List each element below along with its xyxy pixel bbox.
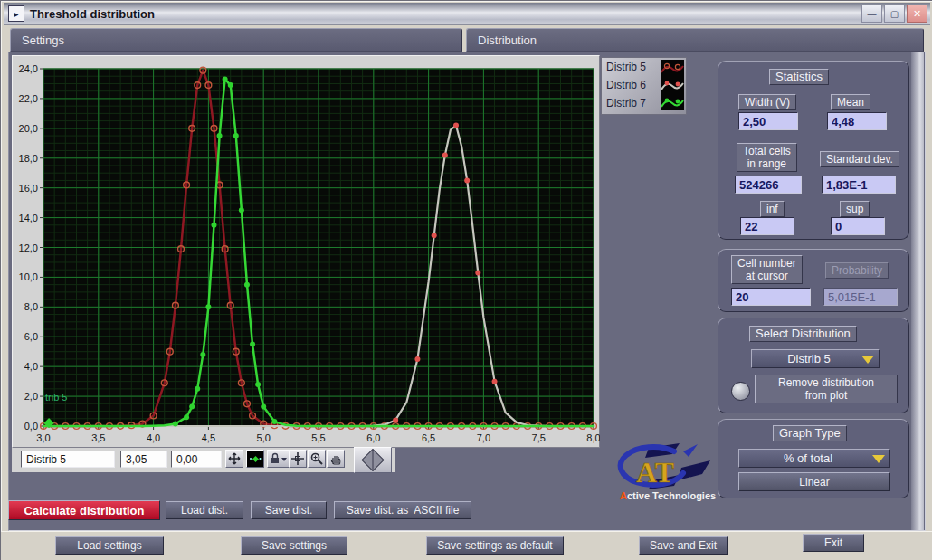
window-title: Threshold distribution bbox=[30, 7, 155, 21]
remove-distribution-label-line2: from plot bbox=[805, 389, 848, 402]
width-field[interactable] bbox=[738, 112, 798, 130]
app-icon: ▸ bbox=[8, 5, 24, 22]
svg-text:AT: AT bbox=[636, 456, 674, 489]
sup-label: sup bbox=[840, 201, 870, 217]
svg-text:14,0: 14,0 bbox=[19, 213, 38, 223]
dropdown-arrow-icon bbox=[861, 356, 874, 364]
linear-button-label: Linear bbox=[799, 476, 829, 489]
remove-distribution-button[interactable] bbox=[731, 382, 750, 401]
mean-field[interactable] bbox=[827, 112, 887, 130]
plot-legend: Distrib 5 Distrib 6 Distrib 7 bbox=[601, 57, 687, 115]
inf-label: inf bbox=[760, 201, 785, 217]
cursor-y-field[interactable] bbox=[171, 451, 222, 468]
graph-type-title: Graph Type bbox=[773, 425, 847, 441]
cursor-style-icon bbox=[249, 452, 262, 465]
cursor-lock-button[interactable] bbox=[267, 450, 290, 468]
svg-text:6,0: 6,0 bbox=[366, 432, 380, 443]
crosshair-tool-icon bbox=[291, 452, 304, 465]
save-settings-default-label: Save settings as default bbox=[437, 539, 552, 552]
total-cells-field[interactable] bbox=[735, 176, 802, 194]
cell-number-field[interactable] bbox=[731, 288, 811, 306]
graph-type-dropdown[interactable]: % of total bbox=[738, 449, 890, 468]
scroll-pad[interactable] bbox=[354, 447, 392, 473]
svg-text:4,5: 4,5 bbox=[202, 432, 215, 443]
svg-text:10,0: 10,0 bbox=[19, 271, 38, 282]
save-dist-button[interactable]: Save dist. bbox=[251, 501, 327, 519]
save-and-exit-button[interactable]: Save and Exit bbox=[639, 536, 728, 555]
cursor-cell-panel: Cell number at cursor Probability bbox=[718, 249, 909, 312]
linear-button[interactable]: Linear bbox=[738, 472, 890, 491]
legend-item[interactable]: Distrib 5 bbox=[606, 58, 646, 76]
cursor-name-field[interactable] bbox=[21, 451, 115, 468]
tab-distribution[interactable]: Distribution bbox=[466, 28, 924, 52]
graph-type-dropdown-value: % of total bbox=[784, 451, 832, 465]
save-settings-label: Save settings bbox=[262, 539, 327, 552]
right-edge-decoration bbox=[911, 52, 924, 530]
inf-field[interactable] bbox=[740, 217, 794, 235]
cursor-x-field[interactable] bbox=[120, 451, 167, 468]
svg-text:7,5: 7,5 bbox=[532, 432, 546, 443]
lock-icon bbox=[270, 452, 288, 465]
mean-label: Mean bbox=[831, 94, 870, 110]
minimize-button[interactable]: — bbox=[861, 5, 882, 23]
exit-button[interactable]: Exit bbox=[803, 534, 864, 552]
svg-text:2,0: 2,0 bbox=[24, 391, 38, 402]
remove-distribution-label-line1: Remove distribution bbox=[778, 376, 874, 389]
close-button[interactable]: ✕ bbox=[907, 5, 927, 23]
save-dist-ascii-label: Save dist. as ASCII file bbox=[347, 504, 460, 517]
legend-item[interactable]: Distrib 7 bbox=[606, 94, 646, 112]
legend-label: Distrib 7 bbox=[606, 97, 646, 109]
remove-distribution-label: Remove distribution from plot bbox=[755, 375, 898, 403]
cell-number-label-line2: at cursor bbox=[746, 270, 788, 282]
svg-text:4,0: 4,0 bbox=[24, 361, 38, 372]
legend-item[interactable]: Distrib 6 bbox=[606, 76, 646, 94]
svg-text:16,0: 16,0 bbox=[19, 183, 38, 194]
cursor-move-button[interactable] bbox=[225, 450, 243, 468]
cursor-style-button[interactable] bbox=[246, 450, 264, 468]
load-settings-button[interactable]: Load settings bbox=[55, 536, 164, 555]
zoom-tool-button[interactable] bbox=[308, 450, 326, 468]
tab-distribution-label: Distribution bbox=[478, 33, 537, 47]
cell-number-label: Cell number at cursor bbox=[731, 255, 803, 284]
load-settings-label: Load settings bbox=[77, 539, 141, 552]
distribution-dropdown[interactable]: Distrib 5 bbox=[751, 349, 880, 368]
sup-field[interactable] bbox=[831, 217, 885, 235]
graph-cursor-tool-button[interactable] bbox=[289, 450, 307, 468]
title-bar: ▸ Threshold distribution — ▢ ✕ bbox=[4, 3, 930, 25]
width-label: Width (V) bbox=[738, 94, 796, 110]
save-dist-ascii-button[interactable]: Save dist. as ASCII file bbox=[334, 501, 471, 519]
calculate-distribution-button[interactable]: Calculate distribution bbox=[8, 500, 160, 520]
calculate-distribution-label: Calculate distribution bbox=[24, 504, 145, 517]
load-dist-button[interactable]: Load dist. bbox=[166, 501, 243, 519]
scroll-pad-diamonds-icon bbox=[357, 449, 388, 471]
svg-text:trib 5: trib 5 bbox=[45, 392, 67, 403]
exit-label: Exit bbox=[824, 536, 842, 549]
legend-label: Distrib 6 bbox=[606, 79, 646, 91]
distribution-plot[interactable]: 0,02,04,06,08,010,012,014,016,018,020,02… bbox=[12, 55, 600, 448]
std-dev-field[interactable] bbox=[822, 176, 896, 194]
save-settings-default-button[interactable]: Save settings as default bbox=[426, 536, 564, 555]
pan-tool-button[interactable] bbox=[327, 450, 345, 468]
total-cells-label: Total cells in range bbox=[737, 143, 797, 172]
tab-settings[interactable]: Settings bbox=[10, 28, 462, 52]
probability-label: Probability bbox=[825, 262, 889, 279]
maximize-button[interactable]: ▢ bbox=[884, 5, 905, 23]
save-settings-button[interactable]: Save settings bbox=[241, 536, 347, 555]
save-dist-label: Save dist. bbox=[265, 504, 313, 517]
svg-text:4,0: 4,0 bbox=[147, 432, 160, 443]
svg-text:3,0: 3,0 bbox=[36, 432, 50, 443]
total-cells-label-line1: Total cells bbox=[743, 145, 791, 157]
legend-line-samples bbox=[661, 60, 684, 110]
std-dev-label: Standard dev. bbox=[820, 151, 899, 167]
select-distribution-panel: Select Distribution Distrib 5 Remove dis… bbox=[718, 318, 909, 413]
distribution-dropdown-value: Distrib 5 bbox=[787, 352, 831, 365]
svg-text:8,0: 8,0 bbox=[24, 301, 38, 312]
move-crosshair-icon bbox=[228, 452, 241, 465]
svg-text:20,0: 20,0 bbox=[19, 123, 38, 134]
dropdown-arrow-icon bbox=[872, 455, 885, 463]
load-dist-label: Load dist. bbox=[181, 504, 228, 517]
statistics-panel: Statistics Width (V) Mean Total cells in… bbox=[718, 61, 909, 240]
svg-text:Active Technologies: Active Technologies bbox=[620, 490, 716, 501]
svg-text:24,0: 24,0 bbox=[19, 63, 38, 74]
svg-text:6,5: 6,5 bbox=[422, 432, 435, 443]
